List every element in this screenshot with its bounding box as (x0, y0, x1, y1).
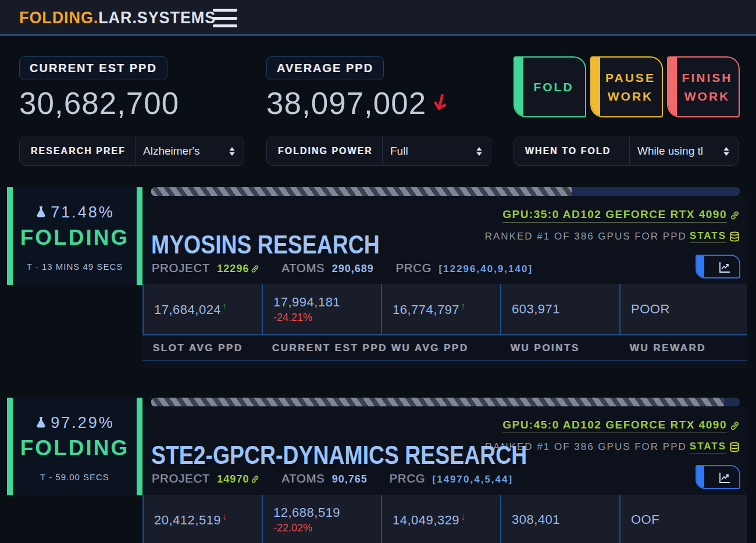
table-values-row: 20,412,519↓ 12,688,519 -22.02% 14,049,32… (142, 495, 747, 543)
stats-link[interactable]: STATS (690, 441, 726, 453)
wu-avg-ppd-value: 16,774,797 (393, 302, 459, 317)
action-buttons: FOLD PAUSE WORK FINISH WORK (513, 56, 740, 117)
wu-points-value: 308,401 (512, 512, 619, 527)
project-meta-line: PROJECT 12296 ATOMS 290,689 PRCG [12296,… (152, 262, 533, 275)
slot-eta: T - 59.00 SECS (7, 472, 142, 482)
research-pref-setting: RESEARCH PREF Alzheimer's (19, 137, 244, 166)
wu-avg-ppd-value: 14,049,329 (393, 513, 459, 527)
when-to-fold-select[interactable]: While using tl (630, 137, 738, 165)
app-logo[interactable]: FOLDING.LAR.SYSTEMS (19, 8, 216, 27)
header-wu-points: WU POINTS (500, 342, 619, 354)
average-ppd-block: AVERAGE PPD 38,097,002 (266, 56, 450, 121)
prcg-label: PRCG (396, 262, 432, 275)
current-est-ppd-delta: -24.21% (273, 312, 381, 324)
table-cell-wu-points: 308,401 (500, 495, 619, 543)
project-number: 14970 (217, 473, 249, 485)
eta-prefix: T - (27, 262, 39, 272)
current-ppd-block: CURRENT EST PPD 30,682,700 (19, 56, 179, 121)
folding-progress-fill (151, 187, 572, 196)
folding-progress-fill (151, 398, 724, 406)
folding-progress-bar (151, 187, 740, 196)
link-icon (251, 475, 259, 484)
line-chart-icon (718, 260, 732, 274)
fold-button[interactable]: FOLD (513, 56, 586, 117)
pause-work-button[interactable]: PAUSE WORK (590, 56, 663, 117)
select-arrows-icon (228, 147, 236, 156)
eta-value: 13 MINS 49 SECS (42, 262, 123, 272)
project-link[interactable]: 14970 (217, 473, 259, 485)
atoms-label: ATOMS (281, 472, 324, 485)
header-wu-reward: WU REWARD (619, 342, 747, 354)
trend-down-icon (431, 93, 450, 114)
research-pref-value: Alzheimer's (143, 145, 200, 158)
prcg-value: [14970,4,5,44] (433, 474, 513, 485)
project-link[interactable]: 12296 (217, 263, 259, 275)
folding-percent: 97.29% (51, 414, 115, 432)
gpu-name: GPU:45:0 AD102 GEFORCE RTX 4090 (502, 419, 727, 433)
folding-progress-bar (151, 398, 740, 406)
table-cell-wu-avg-ppd: 16,774,797↑ (381, 284, 500, 334)
table-cell-wu-points: 603,971 (500, 284, 619, 334)
flask-icon (35, 416, 47, 430)
wu-reward-value: POOR (631, 302, 747, 317)
slot-status-panel: 97.29% FOLDING T - 59.00 SECS (7, 398, 142, 495)
trend-arrow: ↓ (222, 512, 227, 521)
gpu-rank-text: RANKED #1 OF 386 GPUS FOR PPD (485, 231, 687, 242)
when-to-fold-label: WHEN TO FOLD (514, 137, 630, 165)
current-est-ppd-delta: -22.02% (273, 522, 381, 534)
header-slot-avg-ppd: SLOT AVG PPD (142, 342, 262, 354)
atoms-value: 290,689 (332, 263, 374, 275)
link-icon (730, 210, 740, 220)
eta-value: 59.00 SECS (55, 472, 109, 482)
prcg-value: [12296,40,9,140] (439, 263, 533, 275)
slot-status: FOLDING (7, 436, 142, 460)
average-ppd-label: AVERAGE PPD (266, 56, 384, 80)
table-cell-wu-reward: OOF (619, 495, 747, 543)
app-window: FOLDING.LAR.SYSTEMS CURRENT EST PPD 30,6… (0, 0, 756, 543)
research-pref-label: RESEARCH PREF (20, 137, 135, 165)
gpu-rank-line: RANKED #1 OF 386 GPUS FOR PPD STATS (485, 230, 740, 243)
average-ppd-number: 38,097,002 (266, 85, 426, 121)
table-cell-current-est-ppd: 17,994,181 -24.21% (262, 284, 381, 334)
research-pref-select[interactable]: Alzheimer's (135, 137, 244, 165)
database-icon (729, 231, 740, 242)
wu-reward-value: OOF (631, 512, 747, 527)
folding-percent-line: 97.29% (7, 414, 142, 432)
average-ppd-value: 38,097,002 (266, 85, 450, 121)
trend-arrow: ↑ (461, 301, 466, 311)
slot-avg-ppd-value: 20,412,519 (154, 513, 221, 527)
prcg-label: PRCG (390, 472, 426, 485)
slot-eta: T - 13 MINS 49 SECS (7, 262, 142, 272)
current-est-ppd-value: 17,994,181 (273, 295, 381, 310)
gpu-link[interactable]: GPU:45:0 AD102 GEFORCE RTX 4090 (502, 419, 740, 433)
current-ppd-label: CURRENT EST PPD (19, 56, 167, 80)
slot-chart-button[interactable] (696, 465, 740, 489)
project-meta-line: PROJECT 14970 ATOMS 90,765 PRCG [14970,4… (152, 472, 513, 485)
when-to-fold-setting: WHEN TO FOLD While using tl (513, 137, 739, 166)
slot-status-panel: 71.48% FOLDING T - 13 MINS 49 SECS (7, 187, 142, 285)
menu-icon[interactable] (213, 9, 237, 27)
gpu-link[interactable]: GPU:35:0 AD102 GEFORCE RTX 4090 (502, 208, 740, 223)
folding-power-setting: FOLDING POWER Full (266, 137, 491, 166)
folding-power-label: FOLDING POWER (267, 137, 383, 165)
line-chart-icon (718, 471, 732, 485)
select-arrows-icon (722, 147, 730, 156)
select-arrows-icon (475, 147, 483, 156)
eta-prefix: T - (40, 472, 52, 482)
folding-percent-line: 71.48% (7, 203, 142, 222)
link-icon (730, 421, 740, 431)
finish-work-button[interactable]: FINISH WORK (667, 56, 740, 117)
table-cell-wu-avg-ppd: 14,049,329↓ (381, 495, 500, 543)
atoms-value: 90,765 (332, 473, 368, 485)
folding-power-select[interactable]: Full (383, 137, 491, 165)
trend-arrow: ↑ (222, 301, 227, 311)
logo-rest: LAR.SYSTEMS (98, 8, 216, 27)
table-cell-wu-reward: POOR (619, 284, 747, 334)
current-est-ppd-value: 12,688,519 (273, 505, 381, 520)
table-values-row: 17,684,024↑ 17,994,181 -24.21% 16,774,79… (142, 284, 747, 335)
slot-chart-button[interactable] (696, 255, 740, 278)
slot-stats-table: 17,684,024↑ 17,994,181 -24.21% 16,774,79… (142, 284, 747, 361)
stats-link[interactable]: STATS (690, 230, 726, 243)
slot-card-ste2-gpcr: 97.29% FOLDING T - 59.00 SECS GPU:45:0 A… (0, 398, 756, 543)
current-ppd-value: 30,682,700 (19, 85, 179, 121)
